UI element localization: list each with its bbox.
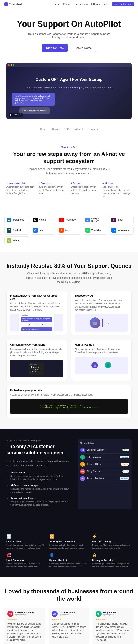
feature-2-title: Omnichannel Conversations (10, 343, 63, 346)
feature-1-desc: With built-in safeguards, Chaindesk Agen… (75, 299, 128, 312)
feature-card-0: Instant Answers from Diverse Sources, 24… (6, 291, 67, 335)
integration-crisp[interactable]: C crisp (31, 226, 55, 235)
play-icon: ▶ (10, 114, 12, 116)
step-3-num: 3. Deploy (70, 182, 100, 184)
testimonial-name-2: Margaret Perry (103, 611, 119, 614)
avatar-testimonial-2: MP (95, 611, 102, 617)
dark-feature-1-title: AI-Powered email support (10, 484, 71, 486)
testimonials-grid: AB Anastasia Brantley @anastasiab ★★★★★ … (4, 608, 134, 644)
testimonials-section: Loved by thousands of businesses from ar… (0, 577, 138, 644)
signup-button[interactable]: Sign up for Free (112, 2, 134, 6)
integration-zapier[interactable]: Z Zapier (57, 226, 81, 235)
step-4: 4. Monitor Keep track of all conversatio… (103, 182, 132, 198)
integration-slack[interactable]: # Slack (109, 216, 134, 224)
inbox-row-4: PF Product Feedback Resolved (80, 475, 129, 482)
zendesk-label: Zendesk (13, 229, 22, 232)
nav-login[interactable]: Log in (103, 3, 109, 6)
step-4-num: 4. Monitor (103, 182, 132, 184)
integration-youtube[interactable]: ▶ YouTube™ (57, 216, 81, 224)
nav-logo: Chaindesk (4, 2, 23, 6)
feature-4-title: Embed easily on your site (10, 389, 128, 392)
gdrive-icon: ▲ (85, 218, 90, 222)
cap-item-0: 📊 Custom Data Import data from any sourc… (6, 534, 46, 550)
cap-title-0: Custom Data (6, 540, 46, 543)
shopify-label: Shopify (13, 240, 21, 242)
step-2-num: 2. Customize (39, 182, 68, 184)
nav-pricing[interactable]: Pricing (53, 3, 60, 6)
avatar-0: CS (80, 448, 85, 452)
step-4-desc: Keep track of all conversations. Take ov… (103, 185, 132, 198)
dot-green (13, 64, 14, 66)
youtube-label: YouTube (13, 114, 21, 116)
cap-icon-2: ⚡ (92, 534, 132, 539)
slack-label: Slack (118, 219, 123, 221)
wordpress-label: Wordpress (13, 219, 24, 221)
cap-item-1: 🔀 Auto-Agent Decisioning Let AI automati… (49, 534, 89, 550)
badge-4: Resolved (120, 477, 129, 480)
feature-4-desc: Customize and embed your bot in relation… (10, 393, 128, 396)
features-section: Instantly Resolve 80% of Your Support Qu… (0, 252, 138, 428)
testimonial-handle-2: @margaretp (103, 614, 119, 616)
feature-2-desc: Seamlessly deploy your Chaindesk Agents … (10, 348, 63, 357)
nav-integrations[interactable]: Integrations (75, 3, 88, 6)
dark-feature-2-title: Conversational Forms (10, 497, 71, 499)
logo-klarna: Klarna (51, 128, 59, 130)
integration-wordpress[interactable]: W Wordpress (4, 216, 29, 224)
feature-3-desc: Always in safeguards when needed. Know w… (75, 348, 128, 354)
cap-title-5: Privacy & Security (92, 559, 132, 562)
crisp-label: crisp (39, 229, 44, 232)
video-controls[interactable]: ▶ YouTube (9, 113, 23, 117)
step-1: 1. Import your Data Automatically sync d… (6, 182, 36, 198)
badge-2: Pending (121, 463, 129, 466)
cap-desc-5: Enterprise-grade security ensuring your … (92, 562, 132, 568)
how-title: Your are few steps away from an AI-nativ… (6, 150, 132, 165)
check-icon-0: ✓ (6, 472, 9, 474)
logo-bcg: BCG (64, 128, 69, 130)
hero-video[interactable]: Custom GPT Agent For Your Startup Train … (6, 63, 132, 119)
integration-messenger[interactable]: m Messenger (109, 226, 134, 235)
nav-links: Pricing Products Integrations Affiliates… (53, 2, 134, 6)
chat-bubble-user: Can you help find out more? (19, 108, 50, 114)
cap-desc-2: Enable your AI agent to execute actions … (92, 544, 132, 550)
cap-title-2: Function Calling (92, 540, 132, 543)
whatsapp-icon: ✓ (85, 228, 90, 233)
nav-affiliates[interactable]: Affiliates (91, 3, 100, 6)
integration-whatsapp[interactable]: ✓ WhatsApp (83, 226, 108, 235)
nav-products[interactable]: Products (63, 3, 72, 6)
feature-card-1: Trustworthy AI With built-in safeguards,… (71, 291, 132, 335)
dot-yellow (10, 64, 12, 66)
features-description: Chaindesk leverages Generative AI models… (24, 272, 114, 284)
steps-row: 1. Import your Data Automatically sync d… (6, 182, 132, 198)
video-title: Custom GPT Agent For Your Startup (11, 73, 127, 86)
integration-notion[interactable]: N Notion (31, 216, 55, 224)
avatar-3: BS (80, 469, 85, 474)
dark-desc: From the first message to resolution, en… (6, 459, 71, 467)
testimonial-meta-2: Margaret Perry @margaretp (103, 611, 119, 616)
avatar-testimonial-1: JH (52, 611, 58, 617)
testimonials-title: Loved by thousands of businesses from ar… (4, 588, 134, 602)
integration-shopify[interactable]: S Shopify (4, 236, 29, 245)
cap-icon-3: 🧲 (6, 553, 46, 558)
avatar-4: PF (80, 476, 85, 481)
dark-feature-0-desc: Seamlessly manage all customer conversat… (10, 474, 71, 481)
stars-1: ★★★★★ (52, 618, 87, 621)
feature-3-visual: 🤖 → 👤 (75, 356, 128, 374)
logo-home: Home (40, 128, 47, 130)
capabilities-section: 📊 Custom Data Import data from any sourc… (0, 520, 138, 577)
cap-item-3: 🧲 Lead Generation Capture and qualify le… (6, 553, 46, 568)
testimonial-name-0: Anastasia Brantley (15, 611, 34, 614)
testimonial-text-1: Chaindesk has been a game-changer for ou… (52, 622, 87, 638)
cap-icon-4: 👤 (49, 553, 89, 558)
cap-icon-5: 🔒 (92, 553, 132, 558)
features-title: Instantly Resolve 80% of Your Support Qu… (6, 262, 132, 270)
inbox-name-0: Customer Support (87, 449, 121, 451)
integration-gdrive[interactable]: ▲ Google Drive™ (83, 216, 108, 224)
integration-zendesk[interactable]: Z Zendesk (4, 226, 29, 235)
dark-feature-1: ✓ AI-Powered email support Streamline th… (6, 484, 71, 494)
dark-feature-1-content: AI-Powered email support Streamline the … (10, 484, 71, 494)
dark-feature-0-content: Shared Inbox Seamlessly manage all custo… (10, 471, 71, 481)
how-tag: How it works? (6, 146, 132, 148)
hero-demo-button[interactable]: Book a Demo (70, 44, 96, 52)
hero-start-button[interactable]: Start for Free (42, 44, 68, 52)
dark-left: Scale Your Team Without Hiring More The … (6, 440, 71, 510)
